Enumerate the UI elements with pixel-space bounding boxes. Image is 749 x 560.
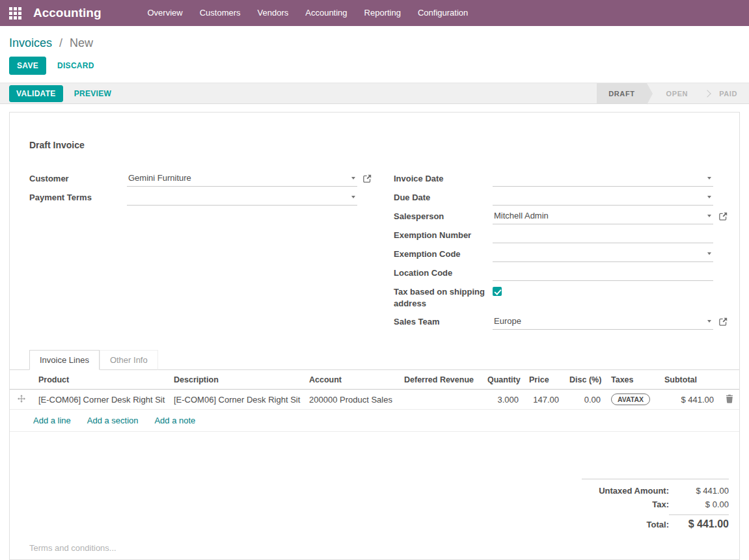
save-button[interactable]: SAVE: [9, 57, 46, 75]
add-links-row: Add a line Add a section Add a note: [10, 410, 739, 432]
tax-row: Tax: $ 0.00: [582, 498, 729, 511]
chevron-down-icon: [707, 215, 711, 217]
line-quantity[interactable]: 3.000: [482, 390, 524, 410]
col-taxes: Taxes: [606, 370, 659, 390]
line-taxes[interactable]: AVATAX: [606, 390, 659, 410]
exemption-number-label: Exemption Number: [394, 226, 493, 244]
menu-configuration[interactable]: Configuration: [409, 0, 476, 26]
sales-team-label: Sales Team: [394, 313, 493, 330]
add-note-link[interactable]: Add a note: [154, 416, 195, 425]
line-product[interactable]: [E-COM06] Corner Desk Right Sit: [33, 390, 169, 410]
menu-vendors[interactable]: Vendors: [249, 0, 297, 26]
menu-reporting[interactable]: Reporting: [356, 0, 409, 26]
field-row-salesperson: Salesperson Mitchell Admin: [394, 207, 729, 225]
chevron-down-icon: [351, 196, 355, 198]
total-row: Total: $ 441.00: [582, 511, 729, 532]
add-line-link[interactable]: Add a line: [33, 416, 71, 425]
app-title: Accounting: [33, 6, 102, 20]
apps-grid-icon[interactable]: [9, 7, 21, 20]
exemption-number-input[interactable]: [493, 226, 713, 243]
field-row-due-date: Due Date: [394, 189, 729, 206]
salesperson-external-link-icon[interactable]: [713, 207, 729, 225]
menu-accounting[interactable]: Accounting: [297, 0, 355, 26]
total-label: Total:: [647, 520, 669, 529]
invoice-line-row[interactable]: [E-COM06] Corner Desk Right Sit [E-COM06…: [10, 390, 739, 410]
breadcrumb-invoices-link[interactable]: Invoices: [9, 36, 52, 49]
line-price[interactable]: 147.00: [524, 390, 564, 410]
payment-terms-label: Payment Terms: [29, 189, 127, 206]
tab-invoice-lines[interactable]: Invoice Lines: [29, 350, 100, 370]
tab-other-info[interactable]: Other Info: [100, 350, 158, 370]
notebook-tabs: Invoice Lines Other Info: [10, 350, 739, 370]
statusbar-buttons: VALIDATE PREVIEW: [9, 83, 597, 103]
top-menu: Overview Customers Vendors Accounting Re…: [139, 0, 477, 26]
untaxed-amount-label: Untaxed Amount:: [599, 486, 669, 496]
col-price: Price: [524, 370, 564, 390]
line-disc[interactable]: 0.00: [564, 390, 606, 410]
line-subtotal: $ 441.00: [659, 390, 719, 410]
delete-line-icon[interactable]: [726, 394, 733, 405]
breadcrumb-bar: Invoices / New: [0, 26, 749, 50]
validate-button[interactable]: VALIDATE: [9, 85, 63, 102]
exemption-code-input[interactable]: [493, 245, 713, 262]
col-account: Account: [304, 370, 399, 390]
field-row-exemption-code: Exemption Code: [394, 245, 729, 263]
tax-shipping-checkbox[interactable]: [493, 287, 502, 296]
field-row-location-code: Location Code: [394, 264, 729, 282]
totals-section: Untaxed Amount: $ 441.00 Tax: $ 0.00 Tot…: [10, 479, 739, 532]
customer-external-link-icon[interactable]: [357, 170, 373, 187]
line-account[interactable]: 200000 Product Sales: [304, 390, 399, 410]
col-description: Description: [169, 370, 304, 390]
due-date-label: Due Date: [394, 189, 493, 206]
terms-and-conditions-input[interactable]: Terms and conditions...: [10, 543, 739, 559]
sales-team-input[interactable]: Europe: [493, 313, 713, 330]
location-code-label: Location Code: [394, 264, 493, 282]
record-actions: SAVE DISCARD: [0, 50, 749, 75]
line-deferred-revenue[interactable]: [399, 390, 482, 410]
status-step-open[interactable]: OPEN: [655, 83, 700, 103]
status-step-paid[interactable]: PAID: [707, 83, 749, 103]
tax-value: $ 0.00: [669, 500, 729, 509]
untaxed-amount-row: Untaxed Amount: $ 441.00: [582, 484, 729, 498]
top-navbar: Accounting Overview Customers Vendors Ac…: [0, 0, 749, 26]
breadcrumb-current: New: [70, 36, 93, 49]
sales-team-external-link-icon[interactable]: [713, 313, 729, 330]
drag-handle-icon[interactable]: [10, 390, 33, 410]
status-steps: DRAFT OPEN PAID: [597, 83, 749, 103]
customer-label: Customer: [29, 170, 127, 187]
chevron-down-icon: [707, 320, 711, 323]
field-row-sales-team: Sales Team Europe: [394, 313, 729, 330]
due-date-input[interactable]: [493, 189, 713, 206]
col-quantity: Quantity: [482, 370, 524, 390]
preview-button[interactable]: PREVIEW: [70, 85, 116, 103]
customer-input[interactable]: Gemini Furniture: [127, 170, 357, 187]
form-right-column: Invoice Date Due Date Salesperson Mitch: [394, 170, 729, 332]
line-description[interactable]: [E-COM06] Corner Desk Right Sit: [169, 390, 304, 410]
salesperson-input[interactable]: Mitchell Admin: [493, 207, 713, 224]
total-value: $ 441.00: [669, 514, 729, 530]
breadcrumb: Invoices / New: [9, 36, 739, 50]
salesperson-label: Salesperson: [394, 207, 493, 225]
chevron-down-icon: [707, 177, 711, 180]
lines-header-row: Product Description Account Deferred Rev…: [10, 370, 739, 390]
sales-team-value: Europe: [493, 316, 521, 326]
statusbar: VALIDATE PREVIEW DRAFT OPEN PAID: [0, 83, 749, 104]
field-row-exemption-number: Exemption Number: [394, 226, 729, 244]
field-row-invoice-date: Invoice Date: [394, 170, 729, 187]
discard-button[interactable]: DISCARD: [53, 57, 99, 75]
menu-customers[interactable]: Customers: [191, 0, 249, 26]
tax-shipping-label: Tax based on shipping address: [394, 283, 493, 312]
col-subtotal: Subtotal: [659, 370, 719, 390]
field-row-tax-shipping: Tax based on shipping address: [394, 283, 729, 312]
col-disc: Disc (%): [564, 370, 606, 390]
menu-overview[interactable]: Overview: [139, 0, 191, 26]
location-code-input[interactable]: [493, 264, 713, 281]
status-step-draft[interactable]: DRAFT: [597, 83, 646, 103]
add-section-link[interactable]: Add a section: [87, 416, 139, 425]
invoice-date-input[interactable]: [493, 170, 713, 187]
exemption-code-label: Exemption Code: [394, 245, 493, 263]
salesperson-value: Mitchell Admin: [493, 211, 549, 220]
payment-terms-input[interactable]: [127, 189, 357, 206]
field-row-payment-terms: Payment Terms: [29, 189, 373, 206]
chevron-down-icon: [707, 196, 711, 198]
